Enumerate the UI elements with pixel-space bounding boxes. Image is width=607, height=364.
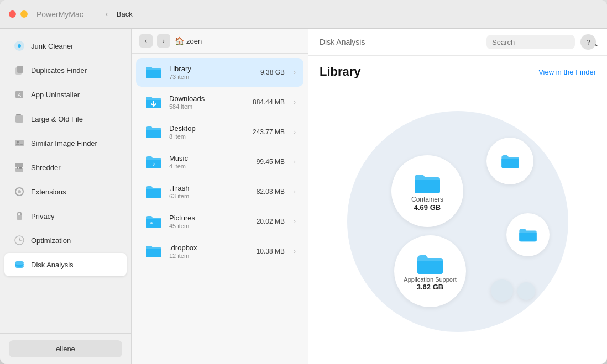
folder-count-library: 73 item: [169, 73, 255, 80]
folder-row-dropbox[interactable]: .dropbox 12 item 10.38 MB ›: [136, 237, 304, 266]
shredder-icon: [13, 161, 25, 173]
bubble-small-2: [517, 282, 535, 300]
extensions-icon: [13, 186, 25, 198]
folder-row-music[interactable]: ♪ Music 4 item 99.45 MB ›: [136, 147, 304, 176]
chevron-right-icon-music: ›: [294, 158, 296, 166]
help-button[interactable]: ?: [580, 34, 596, 50]
folder-info-library: Library 73 item: [169, 65, 255, 80]
middle-header: ‹ › 🏠 zoen: [132, 29, 308, 54]
folder-name-downloads: Downloads: [169, 94, 247, 103]
sidebar-label-duplicates: Duplicates Finder: [31, 66, 87, 75]
right-panel: Disk Analysis 🔍 ? Library View in the Fi…: [308, 29, 607, 364]
folder-icon-top-right: [500, 153, 520, 170]
containers-label: Containers: [411, 196, 443, 203]
folder-name-desktop: Desktop: [169, 124, 247, 133]
sidebar-label-disk-analysis: Disk Analysis: [31, 261, 74, 269]
svg-rect-11: [15, 163, 23, 167]
folder-info-desktop: Desktop 8 item: [169, 124, 247, 140]
sidebar-item-optimization[interactable]: Optimization: [4, 229, 127, 252]
containers-size: 4.69 GB: [414, 203, 441, 212]
chevron-right-icon-downloads: ›: [294, 98, 296, 106]
folder-size-dropbox: 10.38 MB: [257, 247, 285, 255]
nav-forward-button[interactable]: ›: [157, 34, 170, 48]
sidebar-item-shredder[interactable]: Shredder: [4, 156, 127, 179]
folder-icon-dropbox: [144, 241, 164, 261]
bubble-app-support[interactable]: Application Support 3.62 GB: [394, 235, 466, 307]
nav-back-button[interactable]: ‹: [139, 34, 153, 48]
folder-row-downloads[interactable]: Downloads 584 item 884.44 MB ›: [136, 88, 304, 117]
folder-count-downloads: 584 item: [169, 103, 247, 110]
folder-row-pictures[interactable]: Pictures 45 item 20.02 MB ›: [136, 207, 304, 236]
folder-count-trash: 63 item: [169, 193, 251, 199]
folder-count-music: 4 item: [169, 163, 251, 170]
folder-size-trash: 82.03 MB: [257, 188, 285, 196]
folder-count-desktop: 8 item: [169, 133, 247, 140]
folder-icon-downloads: [144, 92, 164, 112]
folder-name-trash: .Trash: [169, 184, 251, 192]
svg-rect-4: [17, 66, 23, 73]
search-input[interactable]: [492, 38, 585, 46]
folder-icon-containers: [413, 171, 442, 196]
breadcrumb: 🏠 zoen: [175, 36, 202, 45]
title-bar: PowerMyMac ‹ Back: [0, 0, 607, 29]
sidebar-item-similar-image[interactable]: Similar Image Finder: [4, 131, 127, 155]
svg-rect-13: [17, 167, 18, 169]
folder-icon-mid-right: [518, 226, 538, 243]
sidebar-item-large-old-file[interactable]: Large & Old File: [4, 107, 127, 130]
user-button[interactable]: eliene: [9, 340, 122, 357]
disk-analysis-header-title: Disk Analysis: [320, 38, 365, 46]
disk-icon: [13, 259, 25, 271]
file-icon: [13, 113, 25, 125]
svg-rect-8: [15, 115, 23, 123]
svg-text:A: A: [18, 92, 21, 98]
bubble-chart: Containers 4.69 GB Application Support 3…: [342, 105, 574, 337]
folder-info-trash: .Trash 63 item: [169, 184, 251, 199]
library-row: Library View in the Finder: [320, 65, 596, 79]
sidebar-item-extensions[interactable]: Extensions: [4, 180, 127, 203]
sidebar-item-app-uninstaller[interactable]: A App Uninstaller: [4, 83, 127, 106]
sidebar-label-junk-cleaner: Junk Cleaner: [31, 42, 74, 50]
svg-text:♪: ♪: [153, 161, 155, 167]
sidebar-item-duplicates-finder[interactable]: Duplicates Finder: [4, 59, 127, 82]
svg-point-2: [18, 44, 21, 48]
close-button[interactable]: [9, 10, 16, 18]
sidebar-item-junk-cleaner[interactable]: Junk Cleaner: [4, 34, 127, 57]
image-icon: [13, 137, 25, 149]
chevron-right-icon: ›: [294, 68, 296, 76]
bubble-top-right[interactable]: [486, 138, 533, 184]
folder-icon-app-support: [416, 252, 444, 276]
sidebar-label-optimization: Optimization: [31, 236, 71, 245]
traffic-lights: [9, 10, 28, 18]
sidebar-item-privacy[interactable]: Privacy: [4, 204, 127, 228]
svg-point-22: [15, 261, 24, 265]
app-support-label: Application Support: [401, 276, 458, 283]
search-bar: 🔍: [486, 35, 575, 49]
chevron-right-icon-dropbox: ›: [294, 247, 296, 255]
middle-panel: ‹ › 🏠 zoen Library: [132, 29, 308, 364]
bubble-mid-right[interactable]: [506, 213, 550, 256]
folder-row-desktop[interactable]: Desktop 8 item 243.77 MB ›: [136, 118, 304, 146]
svg-rect-18: [17, 215, 22, 220]
folder-name-dropbox: .dropbox: [169, 244, 251, 252]
svg-rect-9: [15, 140, 24, 146]
view-in-finder-link[interactable]: View in the Finder: [538, 68, 596, 76]
folder-icon-desktop: [144, 122, 164, 142]
library-title: Library: [320, 65, 361, 79]
folder-row-library[interactable]: Library 73 item 9.38 GB ›: [136, 58, 304, 87]
folder-count-pictures: 45 item: [169, 223, 251, 229]
visualization-area: Containers 4.69 GB Application Support 3…: [320, 88, 596, 355]
app-window: PowerMyMac ‹ Back Junk Clean: [0, 0, 607, 364]
folder-name-library: Library: [169, 65, 255, 73]
bubble-containers[interactable]: Containers 4.69 GB: [391, 155, 463, 227]
sidebar-label-extensions: Extensions: [31, 188, 66, 196]
folder-row-trash[interactable]: .Trash 63 item 82.03 MB ›: [136, 177, 304, 206]
right-header: Disk Analysis 🔍 ?: [308, 29, 607, 56]
back-button[interactable]: ‹: [100, 8, 113, 21]
home-icon: 🏠: [175, 36, 184, 45]
minimize-button[interactable]: [20, 10, 28, 18]
sidebar-item-disk-analysis[interactable]: Disk Analysis: [4, 253, 127, 276]
sidebar: Junk Cleaner Duplicates Finder: [0, 29, 132, 364]
folder-info-pictures: Pictures 45 item: [169, 214, 251, 229]
folder-icon-pictures: [144, 212, 164, 231]
folder-info-music: Music 4 item: [169, 154, 251, 170]
